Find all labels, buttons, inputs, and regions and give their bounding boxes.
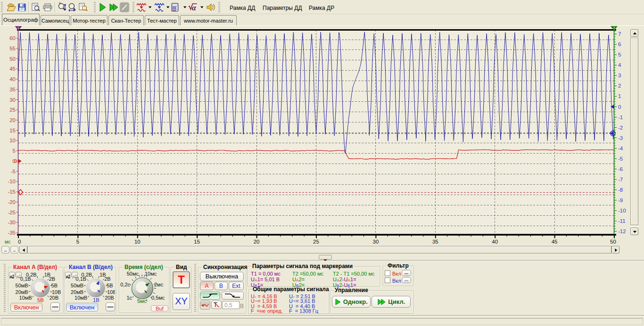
svg-text:-9: -9 (618, 197, 623, 203)
svg-text:A: A (66, 274, 69, 279)
svg-text:-10: -10 (618, 208, 626, 213)
svg-text:2: 2 (618, 83, 621, 89)
svg-text:1: 1 (17, 26, 19, 30)
svg-text:-1: -1 (618, 114, 623, 120)
svg-text:-12: -12 (618, 228, 626, 234)
svg-text:-10: -10 (8, 179, 16, 184)
svg-text:α: α (192, 4, 197, 12)
svg-text:35: 35 (432, 239, 438, 244)
svg-text:50: 50 (9, 56, 16, 62)
svg-text:0: 0 (618, 104, 621, 110)
svg-text:-30: -30 (8, 220, 16, 225)
svg-text:25: 25 (313, 239, 319, 244)
svg-text:10В: 10В (52, 289, 61, 295)
svg-text:-8: -8 (618, 187, 623, 193)
svg-text:25: 25 (9, 107, 16, 113)
svg-text:0: 0 (13, 158, 16, 164)
svg-text:5В: 5В (37, 297, 44, 303)
svg-text:10: 10 (9, 138, 16, 143)
svg-text:1: 1 (618, 93, 621, 99)
svg-text:-35: -35 (8, 230, 16, 236)
svg-text:0,1В: 0,1В (20, 276, 31, 282)
svg-text:-15: -15 (8, 189, 16, 195)
svg-text:40: 40 (9, 76, 16, 82)
svg-text:-20: -20 (8, 199, 16, 205)
svg-text:-7: -7 (618, 177, 623, 182)
svg-text:5: 5 (13, 148, 16, 154)
svg-text:0: 0 (18, 239, 21, 244)
svg-text:55: 55 (9, 46, 16, 51)
svg-text:45: 45 (552, 239, 558, 244)
svg-text:35: 35 (9, 87, 16, 92)
svg-text:-5: -5 (618, 156, 623, 162)
svg-text:15: 15 (194, 239, 200, 244)
svg-text:5: 5 (76, 239, 79, 244)
svg-text:40: 40 (492, 239, 498, 244)
svg-text:-25: -25 (8, 210, 16, 215)
svg-text:мс: мс (5, 239, 10, 244)
svg-text:-4: -4 (618, 146, 623, 151)
svg-text:50мВ: 50мВ (16, 283, 28, 288)
svg-text:2: 2 (613, 26, 615, 30)
svg-text:50: 50 (610, 239, 616, 244)
svg-text:30: 30 (373, 239, 379, 244)
svg-text:20: 20 (9, 117, 16, 123)
svg-text:20В: 20В (50, 295, 59, 301)
svg-text:45: 45 (9, 66, 16, 72)
svg-text:2В: 2В (49, 276, 55, 282)
svg-text:10мВ: 10мВ (19, 295, 32, 301)
svg-text:-5: -5 (11, 169, 16, 174)
svg-text:4: 4 (618, 62, 621, 68)
svg-text:20мВ: 20мВ (16, 289, 28, 295)
svg-text:-3: -3 (618, 135, 623, 141)
svg-text:-6: -6 (618, 166, 623, 172)
svg-text:15: 15 (9, 128, 16, 133)
svg-text:5: 5 (618, 52, 621, 57)
svg-text:20: 20 (254, 239, 260, 244)
svg-text:6: 6 (618, 41, 621, 47)
svg-text:10: 10 (134, 239, 140, 244)
svg-text:60: 60 (9, 35, 16, 41)
svg-text:30: 30 (9, 97, 16, 103)
svg-text:-2: -2 (618, 125, 623, 130)
svg-text:A: A (72, 274, 75, 279)
svg-text:3: 3 (618, 73, 621, 78)
svg-text:7: 7 (618, 31, 621, 37)
svg-text:5В: 5В (51, 283, 58, 288)
svg-text:-11: -11 (618, 218, 626, 224)
